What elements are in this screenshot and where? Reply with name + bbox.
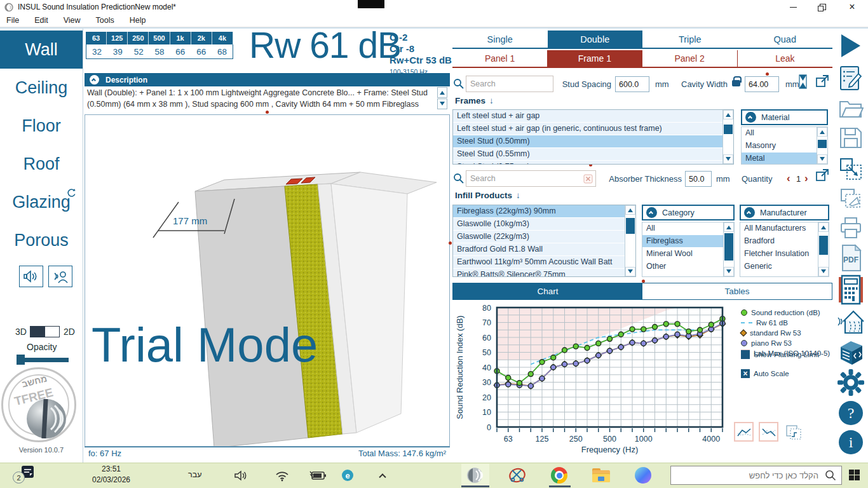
category-option-all[interactable]: All [642,222,723,235]
freq-1k[interactable]: 1k [170,32,191,44]
tab-tables[interactable]: Tables [642,283,832,299]
settings-button[interactable] [836,369,865,396]
description-scroll-up[interactable] [437,87,447,98]
category-filter-header[interactable]: Category [642,205,735,220]
description-scroll-down[interactable] [437,98,447,109]
checkbox-icon[interactable] [741,350,750,359]
scroll-up-button[interactable] [625,205,635,215]
tab-panel-1[interactable]: Panel 1 [452,50,547,67]
tab-quad[interactable]: Quad [738,30,833,48]
val-32[interactable]: 32 [86,44,107,58]
tab-double[interactable]: Double [548,30,643,48]
taskbar-snipping-tool[interactable] [503,464,531,487]
taskbar-search-box[interactable] [670,466,842,485]
stud-spacing-input[interactable] [615,76,649,92]
manufacturer-filter-header[interactable]: Manufacturer [740,205,829,220]
material-option-masonry[interactable]: Masonry [742,140,817,152]
help-button[interactable]: ? [836,400,865,426]
tab-frame-1[interactable]: Frame 1 [547,50,642,67]
val-66[interactable]: 66 [170,44,191,58]
absorber-thickness-input[interactable] [685,171,712,187]
frame-option-steel-stud-0-75mm[interactable]: Steel Stud (0.75mm) [453,161,722,164]
info-button[interactable]: i [836,430,865,455]
scroll-down-button[interactable] [723,154,733,164]
val-58[interactable]: 58 [149,44,170,58]
infill-option-fibreglass-22kg-m3-90mm[interactable]: Fibreglass (22kg/m3) 90mm [453,205,625,218]
quantity-increase[interactable]: › [804,173,808,184]
frame-option-left-steel-stud-air-gap[interactable]: Left steel stud + air gap [453,110,722,123]
taskbar-copilot[interactable] [629,464,657,487]
show-reference-button[interactable] [759,422,778,442]
val-68[interactable]: 68 [212,44,233,58]
notification-badge[interactable]: 2 [13,471,25,484]
freq-250[interactable]: 250 [128,32,149,44]
infill-scrollbar[interactable] [625,205,635,276]
speaker-test-button[interactable] [19,266,43,287]
open-external-icon[interactable] [815,168,830,183]
infill-option-glaswolle-22kg-m3[interactable]: Glaswolle (22kg/m3) [453,231,625,243]
windows-start-button[interactable] [849,470,860,480]
collapse-icon[interactable] [744,207,755,218]
stud-profile-icon[interactable] [798,74,808,89]
menu-edit[interactable]: Edit [34,16,48,25]
category-listbox[interactable]: AllFibreglassMineral WoolOther [642,222,735,277]
frames-search-input[interactable] [466,79,573,88]
eset-tray-icon[interactable]: e [342,470,353,481]
scroll-down-button[interactable] [724,267,734,276]
category-option-fibreglass[interactable]: Fibreglass [642,235,723,248]
taskbar-file-explorer[interactable] [587,464,615,487]
clock-date[interactable]: 02/03/2026 [76,475,146,484]
sidebar-item-wall[interactable]: Wall [0,30,83,69]
manufacturer-option-fletcher-insulation[interactable]: Fletcher Insulation [740,248,818,261]
language-indicator[interactable]: עבר [188,470,201,479]
checkbox-icon[interactable]: × [741,369,750,378]
infill-option-glaswolle-10kg-m3[interactable]: Glaswolle (10kg/m3) [453,218,625,231]
tab-panel-2[interactable]: Panel 2 [642,50,737,67]
legend-show-flanking-limit[interactable]: Show Flanking Limit [741,349,832,360]
frame-option-steel-stud-0-50mm[interactable]: Steel Stud (0.50mm) [453,135,722,148]
sidebar-item-ceiling[interactable]: Ceiling [0,69,83,107]
model-viewer[interactable]: 177 mm Trial Mode [85,114,450,447]
val-66[interactable]: 66 [191,44,212,58]
description-header[interactable]: Description [85,73,450,86]
manufacturer-option-generic[interactable]: Generic [740,261,818,273]
frames-search[interactable] [466,76,553,92]
frame-option-left-steel-stud-air-gap-in-generic-continuous-test-frame[interactable]: Left steel stud + air gap (in generic, c… [453,123,722,135]
manufacturer-option-bradford[interactable]: Bradford [740,235,818,248]
scroll-up-button[interactable] [723,110,733,119]
cavity-width-input[interactable] [745,76,779,92]
calculator-button[interactable] [836,274,865,305]
scroll-thumb[interactable] [724,125,733,134]
sidebar-item-roof[interactable]: Roof [0,145,83,183]
scroll-thumb[interactable] [724,233,733,261]
scroll-up-button[interactable] [818,222,829,232]
manufacturer-listbox[interactable]: All ManufacturersBradfordFletcher Insula… [740,222,829,277]
clock-time[interactable]: 23:51 [76,464,146,473]
material-option-all[interactable]: All [742,127,817,140]
collapse-icon[interactable] [90,75,99,85]
duplicate-button[interactable] [836,187,865,211]
tab-single[interactable]: Single [452,30,548,48]
infill-option-pink-batts-silencer-75mm[interactable]: Pink® Batts® Silencer® 75mm [453,269,625,276]
manufacturer-option-all-manufacturers[interactable]: All Manufacturers [740,222,818,235]
material-scrollbar[interactable] [817,127,827,164]
scroll-thumb[interactable] [818,140,827,148]
clear-search-icon[interactable] [583,174,593,184]
print-button[interactable] [836,216,865,239]
freq-500[interactable]: 500 [149,32,170,44]
show-curves-button[interactable] [734,422,754,442]
infill-search-input[interactable] [466,174,583,183]
close-button[interactable]: × [843,0,862,14]
collapse-icon[interactable] [646,207,657,218]
infill-option-bradford-gold-r1-8-wall[interactable]: Bradford Gold R1.8 Wall [453,243,625,256]
scroll-down-button[interactable] [818,267,829,276]
scroll-up-button[interactable] [724,222,734,232]
material-option-metal[interactable]: Metal [742,152,817,164]
val-39[interactable]: 39 [107,44,128,58]
save-button[interactable] [836,126,865,150]
tab-triple[interactable]: Triple [642,30,738,48]
legend-auto-scale[interactable]: ×Auto Scale [741,369,832,379]
run-calculation-button[interactable] [836,33,865,58]
sidebar-item-floor[interactable]: Floor [0,107,83,145]
freq-4k[interactable]: 4k [212,32,233,44]
